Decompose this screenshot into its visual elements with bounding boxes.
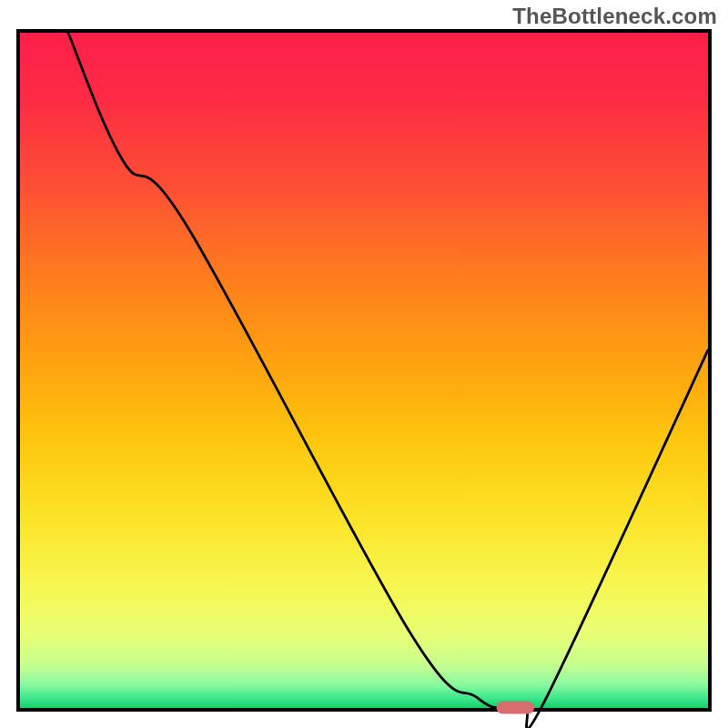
chart-overlay-svg <box>20 33 708 708</box>
chart-container: TheBottleneck.com <box>0 0 728 728</box>
bottleneck-curve-line <box>68 33 708 728</box>
chart-plot-area <box>16 29 712 712</box>
watermark-text: TheBottleneck.com <box>512 4 717 29</box>
optimal-marker <box>497 702 535 714</box>
